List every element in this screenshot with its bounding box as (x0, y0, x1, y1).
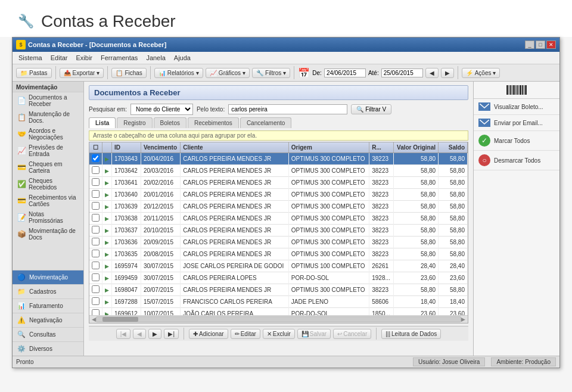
separator-4 (294, 66, 294, 79)
prev-row-button[interactable]: ◀ (133, 329, 146, 339)
first-button[interactable]: |◀ (116, 329, 131, 339)
table-row[interactable]: ▶ 1703641 20/02/2016 CARLOS PEREIRA MEND… (89, 177, 468, 189)
menu-ferramentas[interactable]: Ferramentas (97, 53, 141, 63)
col-cliente[interactable]: Cliente (181, 142, 288, 153)
tab-cancelamento[interactable]: Cancelamento (240, 117, 291, 128)
last-button[interactable]: ▶| (164, 329, 179, 339)
tab-recebimentos[interactable]: Recebimentos (188, 117, 239, 128)
tab-registro[interactable]: Registro (117, 117, 152, 128)
col-vencimento[interactable]: Vencimento (141, 142, 180, 153)
de-input[interactable] (324, 69, 366, 77)
row-check[interactable] (89, 237, 102, 248)
menu-janela[interactable]: Janela (142, 53, 169, 63)
row-check[interactable] (89, 260, 102, 272)
sidebar-nav-movimentacao[interactable]: 🔵 Movimentação (13, 270, 83, 284)
leitura-button[interactable]: ||| Leitura de Dados (381, 329, 441, 339)
table-row[interactable]: ▶ 1698047 20/07/2015 CARLOS PEREIRA MEND… (89, 284, 468, 296)
row-check[interactable] (89, 201, 102, 213)
maximize-button[interactable]: □ (536, 41, 545, 49)
acoes-button[interactable]: ⚡ Ações ▾ (462, 68, 500, 78)
col-arrow (102, 142, 112, 153)
next-row-button[interactable]: ▶ (148, 329, 161, 339)
sidebar-item-notas[interactable]: 📝 Notas Promissórias (13, 209, 83, 226)
row-check[interactable] (89, 153, 102, 165)
table-row[interactable]: ▶ 1695974 30/07/2015 JOSE CARLOS PEREIRA… (89, 260, 468, 272)
close-button[interactable]: ✕ (546, 41, 556, 49)
table-row[interactable]: ▶ 1703639 20/12/2015 CARLOS PEREIRA MEND… (89, 201, 468, 213)
sidebar-item-documentos[interactable]: 📄 Documentos a Receber (13, 92, 83, 109)
exportar-button[interactable]: 📤 Exportar ▾ (60, 68, 104, 78)
prev-button[interactable]: ◀ (425, 68, 439, 78)
search-select[interactable]: Nome do Cliente (130, 104, 193, 115)
sidebar-item-previsoes[interactable]: 📈 Previsões de Entrada (13, 142, 83, 159)
salvar-button[interactable]: 💾 Salvar (297, 329, 331, 339)
cancelar-button[interactable]: ↩ Cancelar (333, 329, 371, 339)
sidebar-nav-diversos[interactable]: ⚙️ Diversos (13, 341, 83, 356)
tab-boletos[interactable]: Boletos (154, 117, 186, 128)
table-row[interactable]: ▶ 1697288 15/07/2015 FRANCISCO CARLOS PE… (89, 296, 468, 308)
row-vencimento: 20/07/2015 (141, 284, 180, 296)
fichas-button[interactable]: 📋 Fichas (111, 68, 146, 78)
filtros-button[interactable]: 🔧 Filtros ▾ (252, 68, 290, 78)
sidebar-item-movimentacao-docs[interactable]: 📦 Movimentação de Docs (13, 226, 83, 242)
row-check[interactable] (89, 189, 102, 201)
row-check[interactable] (89, 248, 102, 260)
scroll-track[interactable] (96, 316, 461, 322)
minimize-button[interactable]: _ (525, 41, 534, 49)
menu-exibir[interactable]: Exibir (73, 53, 97, 63)
table-row[interactable]: ▶ 1703640 20/01/2016 CARLOS PEREIRA MEND… (89, 189, 468, 201)
sidebar-nav-faturamento[interactable]: 📊 Faturamento (13, 298, 83, 313)
table-row[interactable]: ▶ 1703636 20/09/2015 CARLOS PEREIRA MEND… (89, 237, 468, 248)
tab-lista[interactable]: Lista (89, 117, 116, 128)
table-scroll[interactable]: ☐ ID Vencimento Cliente Origem R... Valo… (89, 142, 468, 315)
scroll-thumb[interactable] (102, 317, 138, 322)
excluir-button[interactable]: ✕ Excluir (263, 329, 295, 339)
row-check[interactable] (89, 272, 102, 284)
row-check[interactable] (89, 296, 102, 308)
sidebar-item-cheques-carteira[interactable]: 💳 Cheques em Carteira (13, 159, 83, 176)
col-saldo[interactable]: Saldo (439, 142, 468, 153)
search-input[interactable] (228, 104, 347, 114)
col-r[interactable]: R... (369, 142, 393, 153)
menu-sistema[interactable]: Sistema (15, 53, 46, 63)
col-valor[interactable]: Valor Original (393, 142, 439, 153)
horizontal-scrollbar[interactable]: ◀ ▶ (89, 315, 468, 323)
filtrar-button[interactable]: 🔍 Filtrar V (351, 104, 391, 114)
editar-button[interactable]: ✏ Editar (231, 329, 260, 339)
row-check[interactable] (89, 308, 102, 316)
menu-editar[interactable]: Editar (47, 53, 72, 63)
menu-ajuda[interactable]: Ajuda (170, 53, 194, 63)
row-check[interactable] (89, 213, 102, 225)
table-row[interactable]: ▶ 1699612 10/07/2015 JOÃO CARLOS PEREIRA… (89, 308, 468, 316)
sidebar-item-cheques-recebidos[interactable]: ✅ Cheques Recebidos (13, 176, 83, 192)
table-row[interactable]: ▶ 1703638 20/11/2015 CARLOS PEREIRA MEND… (89, 213, 468, 225)
marcar-todos-button[interactable]: ✓ Marcar Todos (474, 131, 559, 151)
graficos-button[interactable]: 📈 Gráficos ▾ (206, 68, 250, 78)
enviar-button[interactable]: Enviar por Email... (474, 115, 559, 131)
table-row[interactable]: ▶ 1703643 20/04/2016 CARLOS PEREIRA MEND… (89, 153, 468, 165)
row-check[interactable] (89, 284, 102, 296)
sidebar-item-acordos[interactable]: 🤝 Acordos e Negociações (13, 126, 83, 142)
row-r: 38223 (369, 213, 393, 225)
col-origem[interactable]: Origem (288, 142, 369, 153)
table-row[interactable]: ▶ 1699459 30/07/2015 CARLOS PEREIRA LOPE… (89, 272, 468, 284)
row-check[interactable] (89, 225, 102, 237)
sidebar-nav-consultas[interactable]: 🔍 Consultas (13, 327, 83, 341)
adicionar-button[interactable]: ✚ Adicionar (189, 329, 228, 339)
row-check[interactable] (89, 177, 102, 189)
table-row[interactable]: ▶ 1703637 20/10/2015 CARLOS PEREIRA MEND… (89, 225, 468, 237)
visualizar-button[interactable]: Visualizar Boleto... (474, 99, 559, 115)
sidebar-item-recebimentos-cartoes[interactable]: 💳 Recebimentos via Cartões (13, 192, 83, 209)
desmarcar-todos-button[interactable]: ○ Desmarcar Todos (474, 151, 559, 170)
col-id[interactable]: ID (112, 142, 141, 153)
sidebar-nav-cadastros[interactable]: 📁 Cadastros (13, 284, 83, 298)
pastas-button[interactable]: 📁 Pastas (16, 68, 52, 78)
table-row[interactable]: ▶ 1703642 20/03/2016 CARLOS PEREIRA MEND… (89, 165, 468, 177)
relatorios-button[interactable]: 📊 Relatórios ▾ (154, 68, 203, 78)
ate-input[interactable] (381, 69, 423, 77)
table-row[interactable]: ▶ 1703635 20/08/2015 CARLOS PEREIRA MEND… (89, 248, 468, 260)
sidebar-nav-negativacao[interactable]: ⚠️ Negativação (13, 313, 83, 327)
sidebar-item-manutencao[interactable]: 📋 Manutenção de Docs. (13, 109, 83, 126)
next-button[interactable]: ▶ (441, 68, 454, 78)
row-check[interactable] (89, 165, 102, 177)
